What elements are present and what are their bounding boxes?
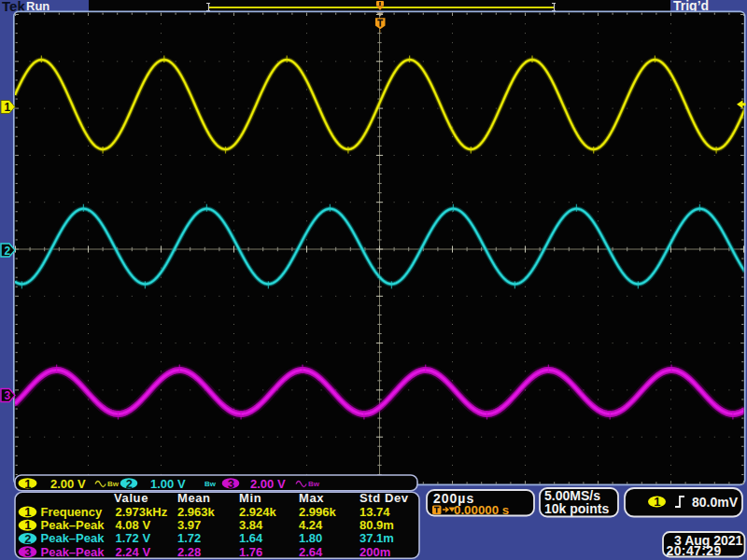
svg-text:80.9m: 80.9m xyxy=(359,518,394,532)
svg-text:1.80: 1.80 xyxy=(299,531,322,545)
svg-text:4.08 V: 4.08 V xyxy=(116,518,151,532)
svg-text:1.76: 1.76 xyxy=(239,545,262,559)
svg-text:1: 1 xyxy=(654,495,660,509)
svg-text:1.00 V: 1.00 V xyxy=(150,477,186,491)
svg-text:Max: Max xyxy=(299,491,324,505)
svg-text:1.72 V: 1.72 V xyxy=(116,531,151,545)
svg-text:80.0mV: 80.0mV xyxy=(692,495,739,510)
svg-text:2.973kHz: 2.973kHz xyxy=(116,505,168,519)
svg-text:1.64: 1.64 xyxy=(239,531,263,545)
svg-text:10k points: 10k points xyxy=(544,501,609,516)
svg-text:Peak–Peak: Peak–Peak xyxy=(41,531,106,545)
svg-text:Bw: Bw xyxy=(308,480,320,488)
svg-text:Peak–Peak: Peak–Peak xyxy=(41,545,106,559)
svg-text:Peak–Peak: Peak–Peak xyxy=(41,518,106,532)
svg-text:1.72: 1.72 xyxy=(177,531,201,545)
svg-text:20:47:29: 20:47:29 xyxy=(667,543,722,558)
svg-text:Value: Value xyxy=(114,491,148,505)
svg-text:3: 3 xyxy=(228,477,234,491)
svg-text:2.64: 2.64 xyxy=(299,545,323,559)
svg-text:2.963k: 2.963k xyxy=(177,505,216,519)
svg-text:1: 1 xyxy=(24,518,31,532)
svg-text:2: 2 xyxy=(24,532,31,546)
svg-text:Std Dev: Std Dev xyxy=(359,491,409,505)
svg-text:1: 1 xyxy=(5,101,11,114)
svg-text:Frequency: Frequency xyxy=(41,505,104,519)
svg-text:Bw: Bw xyxy=(107,480,120,488)
svg-text:3.84: 3.84 xyxy=(239,518,263,532)
svg-text:3: 3 xyxy=(24,545,31,559)
svg-text:2.924k: 2.924k xyxy=(239,505,277,519)
svg-text:3: 3 xyxy=(5,389,11,402)
svg-text:2: 2 xyxy=(126,477,133,491)
svg-text:2.28: 2.28 xyxy=(177,545,201,559)
svg-text:4.24: 4.24 xyxy=(299,518,323,532)
svg-text:0.00000 s: 0.00000 s xyxy=(454,503,509,517)
svg-text:2.996k: 2.996k xyxy=(299,505,337,519)
svg-text:200m: 200m xyxy=(359,545,390,559)
svg-text:2.24 V: 2.24 V xyxy=(116,545,151,559)
svg-text:1: 1 xyxy=(24,505,31,519)
svg-text:2.00 V: 2.00 V xyxy=(250,477,286,491)
svg-text:3.97: 3.97 xyxy=(177,518,201,532)
svg-text:1: 1 xyxy=(24,477,31,491)
svg-text:2: 2 xyxy=(5,245,11,258)
svg-text:Min: Min xyxy=(239,491,261,505)
svg-text:Bw: Bw xyxy=(204,480,217,488)
svg-text:13.74: 13.74 xyxy=(359,505,390,519)
svg-text:Mean: Mean xyxy=(177,491,211,505)
svg-text:2.00 V: 2.00 V xyxy=(50,477,86,491)
svg-text:37.1m: 37.1m xyxy=(359,531,394,545)
